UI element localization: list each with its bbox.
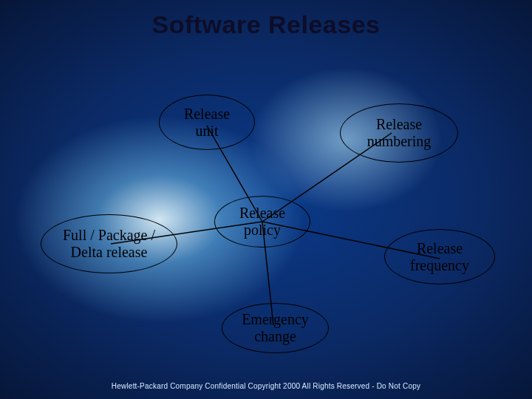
node-emergency-change: Emergency change — [222, 303, 329, 353]
node-label: Release numbering — [367, 116, 432, 150]
node-label: Release unit — [184, 106, 230, 140]
node-release-numbering: Release numbering — [340, 103, 458, 163]
node-label: Emergency change — [242, 311, 309, 345]
node-release-unit: Release unit — [159, 95, 255, 150]
node-release-policy: Release policy — [214, 196, 310, 248]
node-label: Release policy — [239, 205, 285, 239]
node-full-package-delta: Full / Package / Delta release — [41, 214, 177, 273]
node-label: Release frequency — [410, 240, 469, 274]
node-release-frequency: Release frequency — [384, 229, 495, 284]
node-label: Full / Package / Delta release — [63, 227, 155, 261]
slide-title: Software Releases — [0, 10, 532, 39]
footer-confidential: Hewlett-Packard Company Confidential Cop… — [0, 382, 532, 390]
